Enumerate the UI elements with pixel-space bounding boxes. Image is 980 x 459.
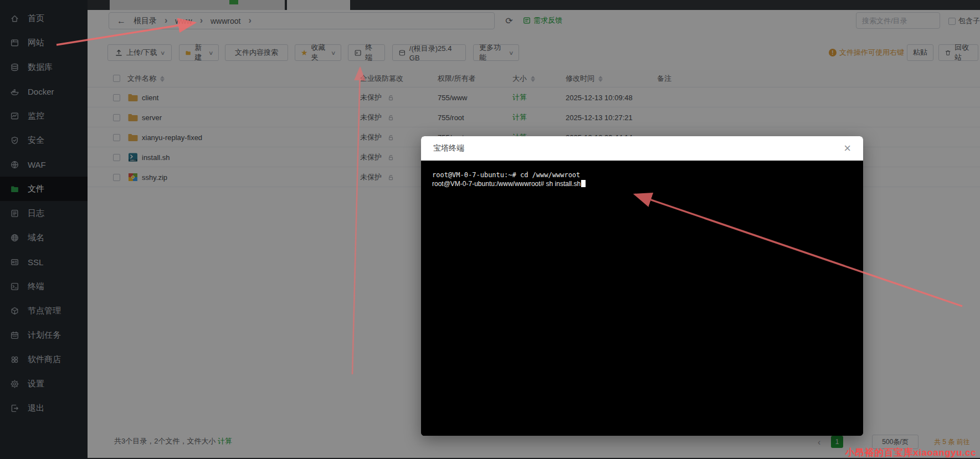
watermark: 小昂裕的百宝库xiaoangyu.cc — [845, 446, 976, 459]
terminal-line-text: root@VM-0-7-ubuntu:/www/wwwroot# sh inst… — [432, 180, 581, 188]
close-icon[interactable]: × — [844, 142, 851, 154]
terminal-modal-title: 宝塔终端 — [433, 143, 464, 153]
baota-file-manager: 首页 网站 数据库 Docker 监控 安全 — [0, 0, 980, 459]
terminal-line: root@VM-0-7-ubuntu:/www/wwwroot# sh inst… — [432, 180, 852, 189]
terminal-line: root@VM-0-7-ubuntu:~# cd /www/wwwroot — [432, 171, 852, 180]
terminal-modal: 宝塔终端 × root@VM-0-7-ubuntu:~# cd /www/www… — [421, 136, 863, 436]
terminal-modal-header: 宝塔终端 × — [421, 136, 863, 161]
terminal-screen[interactable]: root@VM-0-7-ubuntu:~# cd /www/wwwroot ro… — [421, 161, 863, 436]
terminal-cursor — [581, 180, 586, 187]
